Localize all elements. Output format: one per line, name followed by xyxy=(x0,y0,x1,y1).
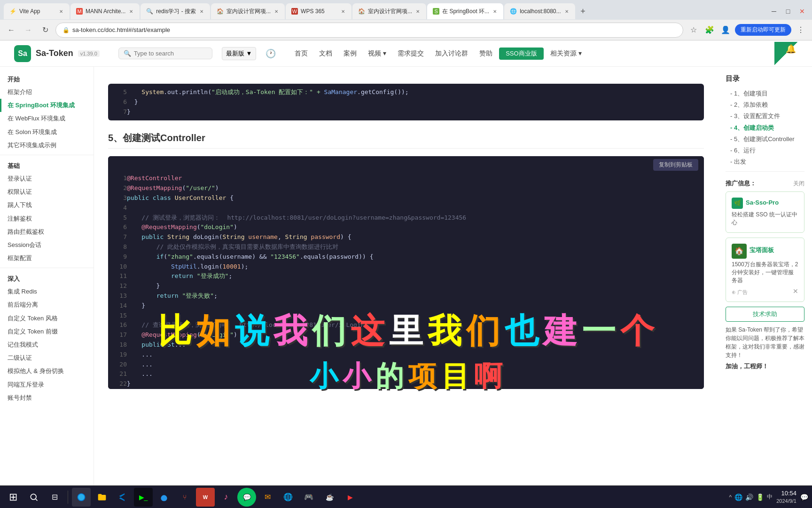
nav-sponsor[interactable]: 赞助 xyxy=(475,48,497,60)
taskbar-mail-icon[interactable]: ✉ xyxy=(258,488,277,507)
minimize-button[interactable]: ─ xyxy=(768,5,780,17)
version-selector[interactable]: 最新版 ▼ xyxy=(222,47,256,60)
taskbar-terminal-icon[interactable]: ▶_ xyxy=(134,488,153,507)
tray-network-icon[interactable]: 🌐 xyxy=(734,493,742,501)
tab-close-interior2[interactable]: ✕ xyxy=(415,8,421,15)
tab-localhost[interactable]: 🌐 localhost:8080... ✕ xyxy=(504,3,575,19)
tab-vite[interactable]: ⚡ Vite App ✕ xyxy=(4,3,70,19)
bookmark-button[interactable]: ☆ xyxy=(687,24,700,37)
menu-button[interactable]: ⋮ xyxy=(794,24,807,37)
tab-interior2[interactable]: 🏠 室内设计官网项... ✕ xyxy=(352,3,426,19)
sidebar-item-remember[interactable]: 记住我模式 xyxy=(0,338,94,351)
toc-item-4[interactable]: - 4、创建启动类 xyxy=(726,122,804,134)
taskbar-docker-icon[interactable] xyxy=(155,488,173,507)
history-icon[interactable]: 🕐 xyxy=(265,48,276,59)
tab-close-redis[interactable]: ✕ xyxy=(199,8,204,15)
forward-button[interactable]: → xyxy=(22,24,35,37)
promo-close-button[interactable]: 关闭 xyxy=(793,180,804,188)
taskbar-wps-icon[interactable]: W xyxy=(196,488,215,507)
nav-resources[interactable]: 相关资源 ▾ xyxy=(546,48,586,60)
sidebar-item-intro[interactable]: 框架介绍 xyxy=(0,86,94,99)
close-button[interactable]: ✕ xyxy=(796,5,808,17)
sidebar-item-other[interactable]: 其它环境集成示例 xyxy=(0,139,94,152)
sidebar-item-perm[interactable]: 权限认证 xyxy=(0,185,94,198)
toc-item-1[interactable]: - 1、创建项目 xyxy=(726,88,804,99)
tray-battery-icon[interactable]: 🔋 xyxy=(756,493,764,501)
taskbar-java-icon[interactable]: ☕ xyxy=(320,488,339,507)
baota-close-icon[interactable]: ✕ xyxy=(793,287,798,295)
sidebar-item-token-prefix[interactable]: 自定义 Token 前缀 xyxy=(0,325,94,338)
taskbar-browser-icon[interactable]: 🌐 xyxy=(279,488,297,507)
line-num: 7 xyxy=(108,107,127,117)
nav-forum[interactable]: 加入讨论群 xyxy=(430,48,473,60)
toc-item-3[interactable]: - 3、设置配置文件 xyxy=(726,111,804,122)
taskbar-git-icon[interactable]: ⑂ xyxy=(175,488,194,507)
sidebar-item-config[interactable]: 框架配置 xyxy=(0,252,94,265)
tab-close-vite[interactable]: ✕ xyxy=(58,8,64,15)
taskbar-search-icon[interactable] xyxy=(24,488,43,507)
notification-icon[interactable]: 💬 xyxy=(800,493,808,501)
tray-volume-icon[interactable]: 🔊 xyxy=(745,493,753,501)
sidebar-item-token-style[interactable]: 自定义 Token 风格 xyxy=(0,312,94,325)
profile-button[interactable]: 👤 xyxy=(719,24,732,37)
nav-docs[interactable]: 文档 xyxy=(314,48,337,60)
sidebar-item-solon[interactable]: 在 Solon 环境集成 xyxy=(0,126,94,139)
sidebar-item-route[interactable]: 路由拦截鉴权 xyxy=(0,225,94,238)
tab-close-springboot[interactable]: ✕ xyxy=(492,8,498,15)
taskbar-music-icon[interactable]: ♪ xyxy=(217,488,235,507)
sidebar-item-session[interactable]: Session会话 xyxy=(0,238,94,252)
tab-close-interior1[interactable]: ✕ xyxy=(273,8,279,15)
tab-close-mann[interactable]: ✕ xyxy=(128,8,134,15)
copy-button[interactable]: 复制到剪贴板 xyxy=(653,159,698,171)
sidebar-item-redis[interactable]: 集成 Redis xyxy=(0,285,94,298)
url-bar[interactable]: 🔒 sa-token.cc/doc.html#/start/example xyxy=(55,23,683,38)
windows-start-button[interactable]: ⊞ xyxy=(4,488,23,507)
maximize-button[interactable]: □ xyxy=(782,5,794,17)
sidebar-item-mutex[interactable]: 同端互斥登录 xyxy=(0,378,94,391)
taskbar-game-icon[interactable]: 🎮 xyxy=(299,488,318,507)
refresh-button[interactable]: ↻ xyxy=(39,24,52,37)
taskbar-video-icon[interactable]: ▶ xyxy=(341,488,359,507)
nav-feedback[interactable]: 需求提交 xyxy=(393,48,429,60)
sidebar-item-webflux[interactable]: 在 WebFlux 环境集成 xyxy=(0,112,94,125)
sidebar-item-ban[interactable]: 账号封禁 xyxy=(0,391,94,405)
sidebar-item-kick[interactable]: 踢人下线 xyxy=(0,198,94,212)
sidebar-item-springboot[interactable]: 在 SpringBoot 环境集成 xyxy=(0,99,94,112)
nav-sso[interactable]: SSO商业版 xyxy=(499,48,543,60)
toc-item-6[interactable]: - 6、运行 xyxy=(726,145,804,156)
tech-help-button[interactable]: 技术求助 xyxy=(726,307,804,322)
tray-arrow-icon[interactable]: ^ xyxy=(729,494,732,500)
tray-language-icon[interactable]: 中 xyxy=(767,493,773,501)
taskbar-edge-icon[interactable] xyxy=(72,488,91,507)
tab-close-wps[interactable]: ✕ xyxy=(340,8,346,15)
sidebar-item-impersonate[interactable]: 模拟他人 & 身份切换 xyxy=(0,365,94,378)
nav-video[interactable]: 视频 ▾ xyxy=(363,48,391,60)
toc-item-depart[interactable]: - 出发 xyxy=(726,156,804,167)
sidebar-item-login[interactable]: 登录认证 xyxy=(0,172,94,185)
nav-home[interactable]: 首页 xyxy=(290,48,312,60)
taskbar-chat-icon[interactable]: 💬 xyxy=(237,488,256,507)
search-input[interactable] xyxy=(134,50,200,57)
taskbar-file-explorer-icon[interactable] xyxy=(93,488,111,507)
update-button[interactable]: 重新启动即可更新 xyxy=(735,24,791,36)
extension-button[interactable]: 🧩 xyxy=(703,24,716,37)
main-scroll[interactable]: 5 System.out.println("启动成功，Sa-Token 配置如下… xyxy=(94,67,718,485)
search-box[interactable]: 🔍 xyxy=(118,48,212,59)
taskbar-widget-icon[interactable]: ⊟ xyxy=(45,488,64,507)
sidebar-item-annot[interactable]: 注解鉴权 xyxy=(0,212,94,225)
system-clock[interactable]: 10:54 2024/9/1 xyxy=(776,490,796,504)
taskbar-vscode-icon[interactable] xyxy=(113,488,132,507)
toc-item-2[interactable]: - 2、添加依赖 xyxy=(726,99,804,111)
tab-mann[interactable]: M MANN Archite... ✕ xyxy=(70,3,140,19)
tab-redis[interactable]: 🔍 redis学习 - 搜索 ✕ xyxy=(141,3,210,19)
new-tab-button[interactable]: + xyxy=(576,4,590,18)
tab-springboot[interactable]: S 在 SpringBoot 环... ✕ xyxy=(427,3,503,19)
tab-close-localhost[interactable]: ✕ xyxy=(564,8,570,15)
tab-wps[interactable]: W WPS 365 ✕ xyxy=(286,3,351,19)
back-button[interactable]: ← xyxy=(5,24,18,37)
toc-item-5[interactable]: - 5、创建测试Controller xyxy=(726,134,804,145)
sidebar-item-front-back[interactable]: 前后端分离 xyxy=(0,298,94,311)
tab-interior1[interactable]: 🏠 室内设计官网项... ✕ xyxy=(211,3,285,19)
sidebar-item-2fa[interactable]: 二级认证 xyxy=(0,351,94,365)
nav-cases[interactable]: 案例 xyxy=(339,48,361,60)
